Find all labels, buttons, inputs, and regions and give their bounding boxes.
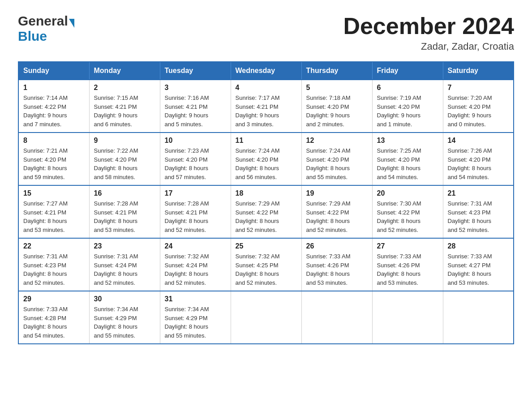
day-number: 9 [94, 137, 155, 145]
calendar-cell: 16 Sunrise: 7:28 AM Sunset: 4:21 PM Dayl… [89, 185, 160, 238]
day-number: 22 [23, 242, 85, 250]
day-info: Sunrise: 7:34 AM Sunset: 4:29 PM Dayligh… [94, 305, 155, 340]
calendar-cell [372, 291, 443, 344]
day-info: Sunrise: 7:31 AM Sunset: 4:23 PM Dayligh… [448, 199, 509, 234]
calendar-cell: 1 Sunrise: 7:14 AM Sunset: 4:22 PM Dayli… [18, 80, 89, 133]
logo: General Blue [18, 13, 74, 44]
day-info: Sunrise: 7:14 AM Sunset: 4:22 PM Dayligh… [23, 94, 85, 128]
calendar-cell: 23 Sunrise: 7:31 AM Sunset: 4:24 PM Dayl… [89, 238, 160, 291]
calendar-cell: 20 Sunrise: 7:30 AM Sunset: 4:22 PM Dayl… [372, 185, 443, 238]
week-row-1: 1 Sunrise: 7:14 AM Sunset: 4:22 PM Dayli… [18, 80, 514, 133]
day-number: 15 [23, 189, 85, 197]
day-number: 29 [23, 295, 85, 303]
day-number: 31 [165, 295, 226, 303]
calendar-cell: 30 Sunrise: 7:34 AM Sunset: 4:29 PM Dayl… [89, 291, 160, 344]
day-number: 4 [236, 84, 297, 92]
calendar-cell: 8 Sunrise: 7:21 AM Sunset: 4:20 PM Dayli… [18, 133, 89, 185]
day-info: Sunrise: 7:33 AM Sunset: 4:28 PM Dayligh… [23, 305, 85, 340]
calendar-cell [301, 291, 372, 344]
day-info: Sunrise: 7:20 AM Sunset: 4:20 PM Dayligh… [448, 94, 509, 128]
week-row-5: 29 Sunrise: 7:33 AM Sunset: 4:28 PM Dayl… [18, 291, 514, 344]
header-friday: Friday [372, 62, 443, 80]
header-tuesday: Tuesday [160, 62, 231, 80]
calendar-cell: 22 Sunrise: 7:31 AM Sunset: 4:23 PM Dayl… [18, 238, 89, 291]
logo-blue-text: Blue [18, 29, 47, 43]
day-info: Sunrise: 7:29 AM Sunset: 4:22 PM Dayligh… [306, 199, 368, 234]
week-row-2: 8 Sunrise: 7:21 AM Sunset: 4:20 PM Dayli… [18, 133, 514, 185]
calendar-cell: 11 Sunrise: 7:24 AM Sunset: 4:20 PM Dayl… [231, 133, 301, 185]
day-number: 27 [377, 242, 438, 250]
calendar-cell: 3 Sunrise: 7:16 AM Sunset: 4:21 PM Dayli… [160, 80, 231, 133]
day-number: 7 [448, 84, 509, 92]
calendar-cell: 10 Sunrise: 7:23 AM Sunset: 4:20 PM Dayl… [160, 133, 231, 185]
calendar-cell: 24 Sunrise: 7:32 AM Sunset: 4:24 PM Dayl… [160, 238, 231, 291]
day-number: 25 [236, 242, 297, 250]
day-number: 21 [448, 189, 509, 197]
day-info: Sunrise: 7:33 AM Sunset: 4:27 PM Dayligh… [448, 252, 509, 287]
day-info: Sunrise: 7:17 AM Sunset: 4:21 PM Dayligh… [236, 94, 297, 128]
logo-arrow-icon [69, 19, 74, 28]
calendar-cell: 7 Sunrise: 7:20 AM Sunset: 4:20 PM Dayli… [443, 80, 514, 133]
month-title: December 2024 [343, 13, 514, 39]
day-info: Sunrise: 7:26 AM Sunset: 4:20 PM Dayligh… [448, 146, 509, 181]
day-info: Sunrise: 7:28 AM Sunset: 4:21 PM Dayligh… [165, 199, 226, 234]
calendar-cell: 13 Sunrise: 7:25 AM Sunset: 4:20 PM Dayl… [372, 133, 443, 185]
calendar-cell: 21 Sunrise: 7:31 AM Sunset: 4:23 PM Dayl… [443, 185, 514, 238]
calendar-cell: 18 Sunrise: 7:29 AM Sunset: 4:22 PM Dayl… [231, 185, 301, 238]
day-info: Sunrise: 7:25 AM Sunset: 4:20 PM Dayligh… [377, 146, 438, 181]
day-info: Sunrise: 7:19 AM Sunset: 4:20 PM Dayligh… [377, 94, 438, 128]
day-number: 30 [94, 295, 155, 303]
calendar-cell: 31 Sunrise: 7:34 AM Sunset: 4:29 PM Dayl… [160, 291, 231, 344]
day-number: 6 [377, 84, 438, 92]
day-info: Sunrise: 7:24 AM Sunset: 4:20 PM Dayligh… [236, 146, 297, 181]
day-number: 13 [377, 137, 438, 145]
day-info: Sunrise: 7:32 AM Sunset: 4:24 PM Dayligh… [165, 252, 226, 287]
day-number: 2 [94, 84, 155, 92]
day-info: Sunrise: 7:15 AM Sunset: 4:21 PM Dayligh… [94, 94, 155, 128]
day-number: 20 [377, 189, 438, 197]
day-number: 1 [23, 84, 85, 92]
day-info: Sunrise: 7:28 AM Sunset: 4:21 PM Dayligh… [94, 199, 155, 234]
calendar-cell: 26 Sunrise: 7:33 AM Sunset: 4:26 PM Dayl… [301, 238, 372, 291]
day-number: 17 [165, 189, 226, 197]
day-info: Sunrise: 7:32 AM Sunset: 4:25 PM Dayligh… [236, 252, 297, 287]
calendar-cell: 15 Sunrise: 7:27 AM Sunset: 4:21 PM Dayl… [18, 185, 89, 238]
day-info: Sunrise: 7:33 AM Sunset: 4:26 PM Dayligh… [306, 252, 368, 287]
header-thursday: Thursday [301, 62, 372, 80]
day-info: Sunrise: 7:21 AM Sunset: 4:20 PM Dayligh… [23, 146, 85, 181]
calendar-cell: 28 Sunrise: 7:33 AM Sunset: 4:27 PM Dayl… [443, 238, 514, 291]
day-info: Sunrise: 7:22 AM Sunset: 4:20 PM Dayligh… [94, 146, 155, 181]
calendar-cell: 6 Sunrise: 7:19 AM Sunset: 4:20 PM Dayli… [372, 80, 443, 133]
calendar-cell: 9 Sunrise: 7:22 AM Sunset: 4:20 PM Dayli… [89, 133, 160, 185]
day-info: Sunrise: 7:23 AM Sunset: 4:20 PM Dayligh… [165, 146, 226, 181]
day-number: 24 [165, 242, 226, 250]
day-info: Sunrise: 7:30 AM Sunset: 4:22 PM Dayligh… [377, 199, 438, 234]
day-info: Sunrise: 7:29 AM Sunset: 4:22 PM Dayligh… [236, 199, 297, 234]
calendar-cell: 4 Sunrise: 7:17 AM Sunset: 4:21 PM Dayli… [231, 80, 301, 133]
calendar-cell: 17 Sunrise: 7:28 AM Sunset: 4:21 PM Dayl… [160, 185, 231, 238]
day-number: 12 [306, 137, 368, 145]
week-row-3: 15 Sunrise: 7:27 AM Sunset: 4:21 PM Dayl… [18, 185, 514, 238]
week-row-4: 22 Sunrise: 7:31 AM Sunset: 4:23 PM Dayl… [18, 238, 514, 291]
calendar-cell: 2 Sunrise: 7:15 AM Sunset: 4:21 PM Dayli… [89, 80, 160, 133]
calendar-cell: 12 Sunrise: 7:24 AM Sunset: 4:20 PM Dayl… [301, 133, 372, 185]
day-number: 19 [306, 189, 368, 197]
calendar-cell: 27 Sunrise: 7:33 AM Sunset: 4:26 PM Dayl… [372, 238, 443, 291]
day-number: 11 [236, 137, 297, 145]
day-number: 26 [306, 242, 368, 250]
day-number: 14 [448, 137, 509, 145]
calendar-header-row: SundayMondayTuesdayWednesdayThursdayFrid… [18, 62, 514, 80]
day-number: 28 [448, 242, 509, 250]
day-number: 18 [236, 189, 297, 197]
calendar-cell: 5 Sunrise: 7:18 AM Sunset: 4:20 PM Dayli… [301, 80, 372, 133]
header-wednesday: Wednesday [231, 62, 301, 80]
header-monday: Monday [89, 62, 160, 80]
title-block: December 2024 Zadar, Zadar, Croatia [343, 13, 514, 52]
day-info: Sunrise: 7:18 AM Sunset: 4:20 PM Dayligh… [306, 94, 368, 128]
header-saturday: Saturday [443, 62, 514, 80]
day-info: Sunrise: 7:16 AM Sunset: 4:21 PM Dayligh… [165, 94, 226, 128]
calendar-cell: 14 Sunrise: 7:26 AM Sunset: 4:20 PM Dayl… [443, 133, 514, 185]
calendar-cell: 25 Sunrise: 7:32 AM Sunset: 4:25 PM Dayl… [231, 238, 301, 291]
day-info: Sunrise: 7:31 AM Sunset: 4:24 PM Dayligh… [94, 252, 155, 287]
page-header: General Blue December 2024 Zadar, Zadar,… [18, 13, 514, 52]
